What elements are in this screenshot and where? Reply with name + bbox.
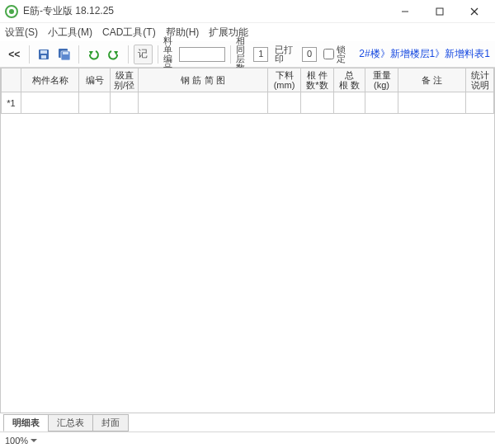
sheet-code-input[interactable] [179, 47, 225, 62]
minimize-button[interactable] [388, 0, 422, 23]
tab-detail[interactable]: 明细表 [3, 414, 49, 431]
zoom-value[interactable]: 100% [5, 436, 37, 446]
window-title: E筋-专业版 18.12.25 [23, 4, 388, 18]
tab-summary[interactable]: 汇总表 [48, 414, 93, 431]
cell-code[interactable] [79, 92, 111, 114]
svg-rect-5 [40, 50, 47, 54]
grid-empty-area[interactable] [1, 116, 494, 413]
printed-value: 0 [302, 47, 317, 62]
printed-label: 已打印 [275, 45, 299, 64]
grid-header-row: 构件名称 编号 级直 别/径 钢 筋 简 图 下料 (m [2, 68, 494, 92]
collapse-button[interactable]: << [5, 45, 24, 64]
window-controls [388, 0, 492, 23]
toolbar: << 记 料单 编号 相同 层数 1 已打印 0 锁定 2#楼 [0, 41, 495, 68]
main-area: 构件名称 编号 级直 别/径 钢 筋 简 图 下料 (m [0, 68, 495, 413]
same-floor-label-top: 相同 [236, 36, 252, 54]
titlebar: E筋-专业版 18.12.25 [0, 0, 495, 23]
redo-button[interactable] [105, 45, 124, 64]
svg-rect-1 [436, 8, 443, 15]
col-sketch[interactable]: 钢 筋 简 图 [139, 68, 268, 92]
cell-level-diam[interactable] [111, 92, 139, 114]
col-root-piece[interactable]: 根 件 数*数 [301, 68, 334, 92]
col-blank [2, 68, 21, 92]
svg-rect-6 [41, 55, 46, 59]
cell-cut-length[interactable] [268, 92, 301, 114]
col-code[interactable]: 编号 [79, 68, 111, 92]
menu-cadtools[interactable]: CAD工具(T) [102, 26, 156, 40]
cell-sketch[interactable] [139, 92, 268, 114]
lock-checkbox[interactable] [323, 49, 334, 59]
col-level-diam[interactable]: 级直 别/径 [111, 68, 139, 92]
same-floor-value[interactable]: 1 [253, 47, 268, 62]
sheet-code-group: 料单 编号 [163, 36, 225, 73]
separator [29, 45, 30, 64]
cell-remark[interactable] [398, 92, 466, 114]
undo-button[interactable] [84, 45, 103, 64]
col-weight[interactable]: 重量 (kg) [365, 68, 398, 92]
menu-settings[interactable]: 设置(S) [5, 26, 38, 40]
save-all-button[interactable] [54, 45, 73, 64]
separator [158, 45, 158, 64]
bottom-tabs: 明细表 汇总表 封面 [0, 413, 495, 431]
lock-label: 锁定 [337, 45, 352, 64]
cell-stat[interactable] [466, 92, 494, 114]
cell-name[interactable] [21, 92, 79, 114]
sheet-code-label-top: 料单 [163, 36, 177, 54]
lock-group[interactable]: 锁定 [318, 45, 352, 64]
same-floor-group: 相同 层数 1 [236, 36, 268, 73]
svg-rect-9 [63, 52, 68, 54]
cell-weight[interactable] [365, 92, 398, 114]
data-grid[interactable]: 构件名称 编号 级直 别/径 钢 筋 简 图 下料 (m [1, 68, 494, 114]
cell-total-root[interactable] [334, 92, 365, 114]
close-button[interactable] [457, 0, 492, 23]
printed-group: 已打印 0 [275, 45, 317, 64]
menu-smalltools[interactable]: 小工具(M) [48, 26, 92, 40]
breadcrumb[interactable]: 2#楼》新增楼层1》新增料表1 [359, 47, 490, 61]
separator [230, 45, 231, 64]
col-remark[interactable]: 备 注 [398, 68, 466, 92]
col-total-root[interactable]: 总 根 数 [334, 68, 365, 92]
maximize-button[interactable] [422, 0, 457, 23]
statusbar: 100% [0, 431, 495, 448]
col-cut-length[interactable]: 下料 (mm) [268, 68, 301, 92]
col-name[interactable]: 构件名称 [21, 68, 79, 92]
note-button[interactable]: 记 [134, 45, 153, 64]
zoom-control[interactable]: 100% [5, 436, 37, 446]
separator [128, 45, 129, 64]
grid-wrap: 构件名称 编号 级直 别/径 钢 筋 简 图 下料 (m [0, 68, 495, 413]
separator [78, 45, 79, 64]
cell-root-piece[interactable] [301, 92, 334, 114]
row-index[interactable]: *1 [2, 92, 21, 114]
table-row[interactable]: *1 [2, 92, 494, 114]
tab-cover[interactable]: 封面 [92, 414, 129, 431]
col-stat[interactable]: 统计 说明 [466, 68, 494, 92]
save-button[interactable] [35, 45, 54, 64]
app-icon [5, 5, 18, 18]
